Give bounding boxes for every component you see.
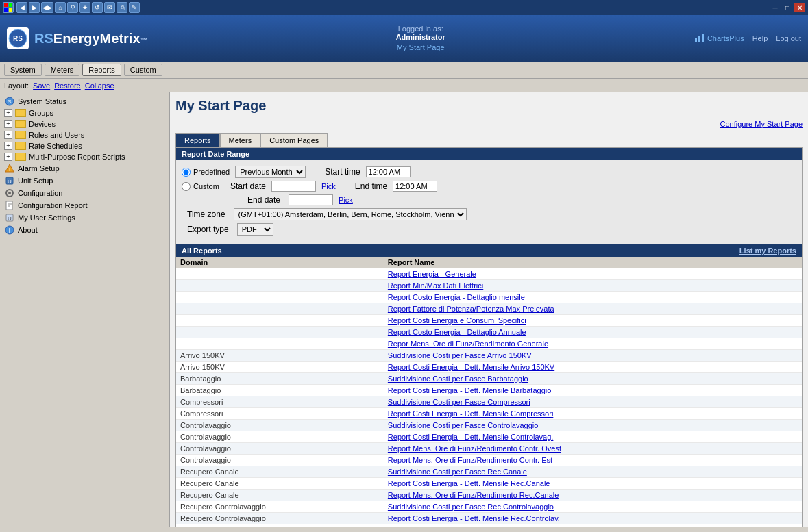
table-row: Recupero ControlavaggioReport Mens Ore d… bbox=[176, 524, 802, 528]
reports-tab[interactable]: Reports bbox=[82, 64, 121, 76]
charts-plus-link[interactable]: ChartsPlus bbox=[694, 33, 744, 44]
sidebar-item-alarm-setup[interactable]: ! Alarm Setup bbox=[0, 162, 169, 175]
tab-custom-pages[interactable]: Custom Pages bbox=[260, 133, 328, 147]
domain-cell: Compressori bbox=[176, 396, 384, 408]
tab-reports[interactable]: Reports bbox=[175, 133, 220, 147]
predefined-radio[interactable] bbox=[182, 168, 191, 177]
report-name-cell: Suddivisione Costi per Fasce Arrivo 150K… bbox=[384, 350, 802, 362]
name-col-header[interactable]: Report Name bbox=[384, 257, 802, 268]
my-start-page-link[interactable]: My Start Page bbox=[397, 43, 445, 51]
end-time-input[interactable] bbox=[393, 181, 437, 192]
sidebar-item-about[interactable]: i About bbox=[0, 224, 169, 236]
predefined-select[interactable]: Previous Month Current Month Last 7 Days… bbox=[235, 166, 306, 178]
mail-icon[interactable]: ✉ bbox=[104, 2, 115, 13]
end-date-input[interactable]: 9/1/2013 bbox=[289, 194, 333, 205]
maximize-button[interactable]: □ bbox=[782, 3, 793, 12]
report-name-link[interactable]: Repor Mens. Ore di Funz/Rendimento Gener… bbox=[388, 340, 548, 348]
sidebar-item-roles-users[interactable]: + Roles and Users bbox=[0, 129, 169, 140]
predefined-radio-label[interactable]: Predefined bbox=[182, 168, 230, 177]
custom-radio[interactable] bbox=[182, 182, 191, 191]
svg-rect-0 bbox=[4, 3, 8, 7]
fav-icon[interactable]: ★ bbox=[79, 2, 90, 13]
report-name-link[interactable]: Report Costo Energia - Dettaglio mensile bbox=[388, 293, 525, 301]
report-name-link[interactable]: Report Fattore di Potenza/Potenza Max Pr… bbox=[388, 305, 554, 313]
report-name-link[interactable]: Suddivisione Costi per Fasce Arrivo 150K… bbox=[388, 351, 532, 359]
report-name-link[interactable]: Report Energia - Generale bbox=[388, 270, 476, 278]
groups-folder-icon bbox=[15, 109, 26, 117]
report-name-link[interactable]: Report Mens Ore di Funz/Rendim. Rec Cont… bbox=[388, 526, 568, 527]
meters-tab[interactable]: Meters bbox=[45, 64, 80, 76]
start-time-input[interactable] bbox=[366, 166, 411, 177]
start-date-input[interactable]: 8/1/2013 bbox=[271, 181, 316, 192]
rate-schedules-expand[interactable]: + bbox=[4, 142, 12, 150]
sidebar-item-groups[interactable]: + Groups bbox=[0, 107, 169, 118]
custom-tab[interactable]: Custom bbox=[124, 64, 162, 76]
report-name-link[interactable]: Report Costi Energia - Dett. Mensile Con… bbox=[388, 433, 554, 441]
report-name-link[interactable]: Report Costi Energia - Dett. Mensile Rec… bbox=[388, 514, 560, 522]
list-my-reports-link[interactable]: List my Reports bbox=[739, 246, 796, 255]
icon3[interactable]: ◀▶ bbox=[41, 2, 53, 13]
report-name-link[interactable]: Suddivisione Costi per Fasce Barbataggio bbox=[388, 375, 528, 383]
edit-icon[interactable]: ✎ bbox=[129, 2, 140, 13]
minimize-button[interactable]: ─ bbox=[770, 3, 781, 12]
domain-cell: Arrivo 150KV bbox=[176, 350, 384, 362]
domain-col-header[interactable]: Domain bbox=[176, 257, 384, 268]
system-tab[interactable]: System bbox=[4, 64, 42, 76]
back-icon[interactable]: ◀ bbox=[16, 2, 27, 13]
sidebar-item-multipurpose[interactable]: + Multi-Purpose Report Scripts bbox=[0, 151, 169, 162]
report-name-link[interactable]: Report Costo Energia - Dettaglio Annuale bbox=[388, 328, 526, 336]
configuration-label: Configuration bbox=[18, 189, 62, 197]
report-name-link[interactable]: Suddivisione Costi per Fasce Controlavag… bbox=[388, 421, 539, 429]
close-button[interactable]: ✕ bbox=[794, 3, 805, 12]
sidebar-item-unit-setup[interactable]: U Unit Setup bbox=[0, 175, 169, 187]
report-name-link[interactable]: Report Costi Energia - Dett. Mensile Com… bbox=[388, 409, 553, 418]
configure-my-start-page-link[interactable]: Configure My Start Page bbox=[720, 120, 803, 128]
multipurpose-expand[interactable]: + bbox=[4, 153, 12, 161]
report-name-link[interactable]: Report Costi Energia - Dett. Mensile Bar… bbox=[388, 386, 551, 394]
report-name-link[interactable]: Suddivisione Costi per Fasce Rec.Control… bbox=[388, 503, 554, 511]
logout-link[interactable]: Log out bbox=[776, 34, 801, 42]
export-type-select[interactable]: PDF Excel CSV bbox=[237, 223, 273, 236]
report-name-link[interactable]: Suddivisione Costi per Fasce Compressori bbox=[388, 398, 530, 406]
save-link[interactable]: Save bbox=[33, 81, 50, 90]
home-icon[interactable]: ⌂ bbox=[55, 2, 66, 13]
groups-expand[interactable]: + bbox=[4, 109, 12, 117]
pick-start-date-link[interactable]: Pick bbox=[321, 182, 336, 190]
svg-point-16 bbox=[8, 192, 11, 194]
print-icon[interactable]: ⎙ bbox=[117, 2, 127, 13]
sidebar-item-configuration-report[interactable]: Configuration Report bbox=[0, 199, 169, 212]
sidebar-item-configuration[interactable]: Configuration bbox=[0, 187, 169, 199]
forward-icon[interactable]: ▶ bbox=[29, 2, 40, 13]
search-icon[interactable]: ⚲ bbox=[67, 2, 78, 13]
sidebar-item-devices[interactable]: + Devices bbox=[0, 118, 169, 129]
domain-cell: Recupero Controlavaggio bbox=[176, 513, 384, 524]
table-row: Report Costi Energia e Consumi Specifici bbox=[176, 315, 802, 327]
sidebar-item-user-settings[interactable]: U My User Settings bbox=[0, 212, 169, 224]
tab-meters[interactable]: Meters bbox=[220, 133, 261, 147]
report-name-link[interactable]: Report Costi Energia - Dett. Mensile Rec… bbox=[388, 479, 550, 487]
table-row: BarbataggioReport Costi Energia - Dett. … bbox=[176, 385, 802, 396]
report-name-link[interactable]: Report Costi Energia - Dett. Mensile Arr… bbox=[388, 363, 554, 371]
about-icon: i bbox=[4, 225, 15, 235]
report-name-link[interactable]: Suddivisione Costi per Fasce Rec.Canale bbox=[388, 468, 527, 476]
report-name-link[interactable]: Report Mens. Ore di Funz/Rendimento Cont… bbox=[388, 456, 552, 464]
timezone-select[interactable]: (GMT+01:00) Amsterdam, Berlin, Bern, Rom… bbox=[234, 208, 467, 220]
help-link[interactable]: Help bbox=[752, 34, 768, 42]
restore-link[interactable]: Restore bbox=[54, 81, 81, 90]
collapse-link[interactable]: Collapse bbox=[85, 81, 114, 90]
start-button[interactable] bbox=[3, 2, 14, 13]
history-icon[interactable]: ↺ bbox=[92, 2, 103, 13]
report-name-link[interactable]: Report Min/Max Dati Elettrici bbox=[388, 281, 483, 290]
end-date-label: End date bbox=[247, 195, 280, 205]
sidebar-item-system-status[interactable]: S System Status bbox=[0, 95, 169, 107]
export-type-label: Export type bbox=[187, 225, 229, 234]
devices-expand[interactable]: + bbox=[4, 120, 12, 128]
sidebar-item-rate-schedules[interactable]: + Rate Schedules bbox=[0, 140, 169, 151]
report-name-link[interactable]: Report Costi Energia e Consumi Specifici bbox=[388, 316, 526, 325]
report-name-link[interactable]: Report Mens. Ore di Funz/Rendimento Cont… bbox=[388, 444, 561, 453]
report-name-link[interactable]: Report Mens. Ore di Funz/Rendimento Rec.… bbox=[388, 491, 559, 499]
custom-radio-label[interactable]: Custom bbox=[182, 182, 219, 191]
pick-end-date-link[interactable]: Pick bbox=[339, 196, 353, 204]
roles-users-expand[interactable]: + bbox=[4, 131, 12, 139]
layout-bar: Layout: Save Restore Collapse bbox=[0, 79, 808, 92]
